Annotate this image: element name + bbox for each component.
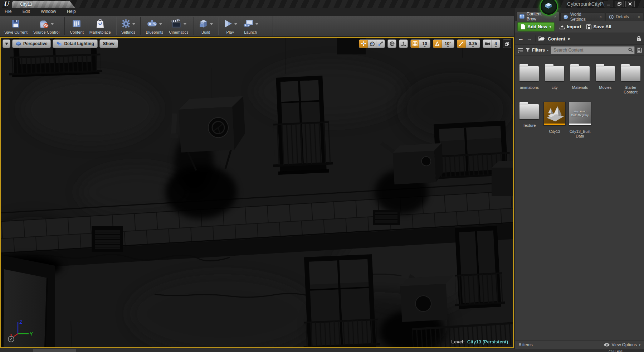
scale-snap-value[interactable]: 0.25 (466, 40, 480, 48)
camera-speed-value[interactable]: 4 (492, 40, 500, 48)
settings-button[interactable]: Settings (118, 16, 138, 35)
search-input[interactable] (551, 47, 634, 54)
close-tab-icon[interactable]: × (554, 14, 556, 19)
cinematics-button[interactable]: Cinematics (166, 16, 191, 35)
taskbar-sliver: 7:58 PM (0, 349, 644, 352)
rotation-snap-value[interactable]: 10° (442, 40, 454, 48)
panel-tab-well: Content Brow × World Settings × Details … (515, 8, 644, 21)
asset-level-city13[interactable]: City13 (543, 102, 567, 139)
dropdown-caret-icon[interactable] (51, 23, 54, 25)
tab-world-settings[interactable]: World Settings × (560, 13, 605, 21)
breadcrumb-path[interactable]: Content (548, 36, 565, 42)
launch-button[interactable]: Launch (240, 16, 261, 35)
toolbar-separator (194, 17, 194, 35)
menu-window[interactable]: Window (36, 8, 61, 14)
world-space-icon (388, 40, 396, 48)
toolbar-group-settings: Settings (117, 16, 140, 36)
forward-button[interactable]: → (527, 36, 532, 42)
view-options-button[interactable]: View Options ▾ (604, 342, 641, 347)
import-icon (560, 24, 565, 29)
asset-folder-movies[interactable]: Movies (593, 64, 617, 95)
asset-folder-animations[interactable]: animations (517, 64, 541, 95)
scale-tool-button[interactable] (376, 40, 385, 48)
rotate-tool-button[interactable] (368, 40, 376, 48)
dropdown-caret-icon[interactable] (210, 23, 213, 25)
coordinate-system-toggle[interactable] (387, 39, 396, 48)
save-all-icon (586, 24, 591, 29)
source-control-label: Source Control (33, 30, 59, 34)
show-label: Show (103, 41, 114, 46)
show-button[interactable]: Show (99, 39, 118, 48)
wall-vent-right (373, 210, 400, 225)
save-search-icon[interactable] (637, 48, 642, 53)
camera-speed-group: 4 (483, 39, 500, 48)
lock-icon[interactable] (636, 36, 641, 42)
viewport-toolbar-right: 10 10° (359, 39, 511, 48)
dropdown-caret-icon[interactable] (234, 23, 237, 25)
ac-unit-edge (492, 161, 513, 196)
dropdown-caret-icon[interactable] (184, 23, 186, 25)
source-control-button[interactable]: Source Control (30, 16, 62, 35)
unreal-logo-icon: U (1, 0, 11, 8)
asset-folder-materials[interactable]: Materials (568, 64, 592, 95)
asset-folder-texture[interactable]: Texture (517, 102, 541, 139)
maximize-icon (505, 42, 509, 46)
asset-label: City13_BuiltData (568, 129, 592, 139)
asset-data-city13-builtdata[interactable]: Map Build Data Registry City13_BuiltData (568, 102, 592, 139)
save-all-button[interactable]: Save All (586, 24, 611, 29)
blueprints-button[interactable]: Blueprints (143, 16, 166, 35)
asset-folder-starter-content[interactable]: Starter Content (619, 64, 643, 95)
dropdown-caret-icon[interactable] (255, 23, 258, 25)
menu-help[interactable]: Help (62, 8, 80, 14)
level-value[interactable]: City13 (Persistent) (467, 339, 508, 344)
menu-file[interactable]: File (0, 8, 16, 14)
minimize-button[interactable] (604, 1, 613, 7)
tab-details[interactable]: Details × (606, 13, 643, 21)
import-button[interactable]: Import (560, 24, 581, 29)
filter-bar: Filters ▾ (515, 45, 644, 56)
sources-panel-icon[interactable] (517, 48, 523, 53)
clapperboard-icon (171, 19, 182, 29)
open-folder-icon (538, 36, 545, 41)
marketplace-button[interactable]: Marketplace (87, 16, 114, 35)
level-viewport[interactable]: Perspective Detail Lighting Show (0, 37, 514, 348)
close-tab-icon[interactable]: × (600, 15, 602, 19)
back-button[interactable]: ← (518, 36, 524, 42)
filter-funnel-icon[interactable] (526, 48, 530, 52)
asset-label: Starter Content (619, 85, 643, 95)
close-tab-icon[interactable]: × (638, 15, 640, 19)
filters-label[interactable]: Filters (532, 48, 545, 53)
save-current-button[interactable]: Save Current (1, 16, 30, 35)
close-button[interactable] (625, 1, 635, 7)
breadcrumb-expand-icon[interactable]: ▶ (568, 37, 571, 40)
maximize-viewport-button[interactable] (503, 39, 511, 48)
rotation-snap-toggle[interactable] (433, 40, 442, 48)
content-browser-statusbar: 8 items View Options ▾ (515, 340, 644, 349)
taskbar-app-segment[interactable] (33, 349, 76, 352)
rotate-tool-icon (370, 41, 375, 46)
build-button[interactable]: Build (196, 16, 216, 35)
dropdown-caret-icon[interactable] (132, 23, 135, 25)
scale-snap-toggle[interactable] (457, 40, 466, 48)
level-document-tab[interactable]: City13 (12, 1, 75, 8)
filters-caret-icon[interactable]: ▾ (547, 49, 548, 52)
restore-button[interactable] (615, 1, 624, 7)
surface-snapping-toggle[interactable] (399, 39, 408, 48)
perspective-button[interactable]: Perspective (12, 39, 51, 48)
toolbar-separator (218, 17, 218, 35)
floppy-disk-icon (11, 19, 20, 29)
asset-folder-city[interactable]: city (543, 64, 567, 95)
add-new-button[interactable]: Add New ▾ (517, 22, 555, 32)
detail-lighting-button[interactable]: Detail Lighting (53, 39, 97, 48)
marketplace-label: Marketplace (89, 30, 111, 34)
play-button[interactable]: Play (220, 16, 240, 35)
grid-snap-value[interactable]: 10 (419, 40, 430, 48)
content-button[interactable]: Content (67, 16, 87, 35)
dropdown-caret-icon[interactable] (159, 23, 162, 25)
scale-snap-group: 0.25 (457, 39, 480, 48)
viewport-options-button[interactable] (3, 39, 10, 48)
menu-edit[interactable]: Edit (18, 8, 35, 14)
viewport-scene[interactable] (1, 38, 513, 347)
move-tool-button[interactable] (359, 40, 368, 48)
grid-snap-toggle[interactable] (411, 40, 419, 48)
